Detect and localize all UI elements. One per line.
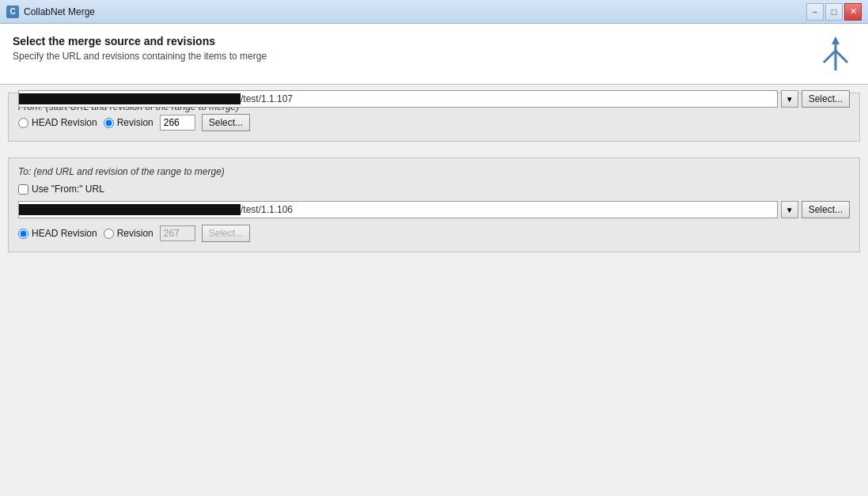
to-select-btn[interactable]: Select...: [802, 201, 850, 218]
from-section: From: (start URL and revision of the ran…: [8, 93, 860, 142]
from-url-display[interactable]: /test/1.1.107: [18, 90, 778, 108]
window-controls: − □ ✕: [806, 3, 862, 21]
to-url-path: /test/1.1.106: [241, 204, 293, 215]
to-section: To: (end URL and revision of the range t…: [8, 157, 860, 252]
maximize-button[interactable]: □: [825, 3, 843, 21]
to-revision-label[interactable]: Revision: [104, 228, 154, 239]
to-revision-row: HEAD Revision Revision Select...: [18, 225, 850, 242]
to-revision-radio[interactable]: [104, 229, 114, 239]
from-select-btn[interactable]: Select...: [802, 90, 850, 108]
app-icon: C: [6, 6, 19, 18]
svg-marker-4: [832, 36, 840, 44]
use-from-url-label[interactable]: Use "From:" URL: [18, 184, 850, 195]
to-head-revision-radio[interactable]: [18, 229, 28, 239]
from-revision-label[interactable]: Revision: [104, 117, 154, 128]
svg-line-2: [836, 51, 847, 62]
from-url-redacted: [19, 93, 241, 104]
page-title: Select the merge source and revisions: [13, 35, 267, 47]
from-url-dropdown-arrow[interactable]: ▼: [781, 90, 798, 108]
from-revision-select-btn[interactable]: Select...: [202, 114, 250, 131]
to-url-display[interactable]: /test/1.1.106: [18, 201, 778, 218]
to-revision-select-btn[interactable]: Select...: [202, 225, 250, 242]
window-body: Select the merge source and revisions Sp…: [0, 24, 868, 496]
close-button[interactable]: ✕: [844, 3, 862, 21]
merge-icon: [816, 35, 855, 74]
from-revision-row: HEAD Revision Revision Select...: [18, 114, 850, 131]
svg-line-1: [824, 51, 836, 62]
from-revision-input[interactable]: [160, 115, 195, 131]
to-revision-input[interactable]: [160, 225, 195, 241]
content-area: From: (start URL and revision of the ran…: [0, 85, 868, 496]
to-url-redacted: [19, 204, 241, 215]
from-url-full-row: /test/1.1.107 ▼ Select...: [18, 90, 850, 108]
to-head-revision-label[interactable]: HEAD Revision: [18, 228, 97, 239]
from-head-revision-label[interactable]: HEAD Revision: [18, 117, 97, 128]
minimize-button[interactable]: −: [806, 3, 824, 21]
app-title: CollabNet Merge: [24, 6, 95, 17]
to-url-full-row: /test/1.1.106 ▼ Select...: [18, 201, 850, 218]
page-subtitle: Specify the URL and revisions containing…: [13, 51, 267, 62]
header-area: Select the merge source and revisions Sp…: [0, 24, 868, 85]
use-from-url-checkbox[interactable]: [18, 184, 28, 195]
to-section-label: To: (end URL and revision of the range t…: [18, 166, 850, 177]
title-bar: C CollabNet Merge − □ ✕: [0, 0, 868, 24]
to-url-dropdown-arrow[interactable]: ▼: [781, 201, 798, 218]
from-url-path: /test/1.1.107: [241, 93, 293, 104]
from-revision-radio[interactable]: [104, 118, 114, 128]
from-head-revision-radio[interactable]: [18, 118, 28, 128]
